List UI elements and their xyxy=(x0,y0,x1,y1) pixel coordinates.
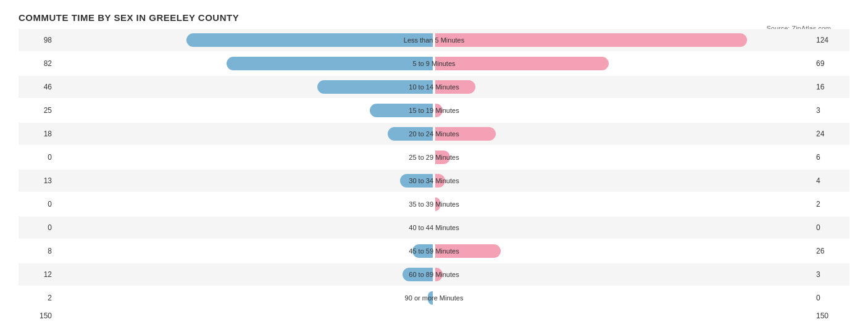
male-value: 0 xyxy=(19,153,56,162)
male-value: 82 xyxy=(19,59,56,68)
bars-container: 15 to 19 Minutes xyxy=(56,104,812,117)
female-bar-wrap xyxy=(434,244,812,258)
bars-container: 10 to 14 Minutes xyxy=(56,80,812,94)
bars-container: 25 to 29 Minutes xyxy=(56,151,812,164)
row-label: 25 to 29 Minutes xyxy=(409,154,459,161)
chart-row: 25 15 to 19 Minutes 3 xyxy=(19,99,849,122)
female-bar-wrap xyxy=(434,174,812,188)
row-label: 60 to 89 Minutes xyxy=(409,271,459,278)
female-value: 4 xyxy=(812,176,849,185)
female-bar-wrap xyxy=(434,268,812,281)
chart-row: 8 45 to 59 Minutes 26 xyxy=(19,240,849,262)
male-value: 0 xyxy=(19,200,56,208)
male-value: 12 xyxy=(19,270,56,279)
male-bar-wrap xyxy=(56,174,434,188)
female-bar-wrap xyxy=(434,80,812,94)
female-value: 2 xyxy=(812,200,849,208)
chart-row: 0 35 to 39 Minutes 2 xyxy=(19,193,849,215)
female-bar-wrap xyxy=(434,57,812,70)
bars-container: 35 to 39 Minutes xyxy=(56,197,812,211)
rows-container: 98 Less than 5 Minutes 124 82 5 to 9 Min… xyxy=(19,29,849,309)
female-bar-wrap xyxy=(434,291,812,305)
chart-row: 2 90 or more Minutes 0 xyxy=(19,287,849,309)
male-value: 8 xyxy=(19,247,56,255)
bars-container: 60 to 89 Minutes xyxy=(56,268,812,281)
chart-row: 18 20 to 24 Minutes 24 xyxy=(19,123,849,145)
female-bar-wrap xyxy=(434,151,812,164)
male-value: 98 xyxy=(19,36,56,44)
female-value: 69 xyxy=(812,59,849,68)
male-bar-wrap xyxy=(56,197,434,211)
female-bar-wrap xyxy=(434,33,812,47)
male-bar-wrap xyxy=(56,268,434,281)
row-label: 40 to 44 Minutes xyxy=(409,224,459,231)
row-label: 15 to 19 Minutes xyxy=(409,107,459,114)
chart-row: 12 60 to 89 Minutes 3 xyxy=(19,263,849,286)
bars-container: 90 or more Minutes xyxy=(56,291,812,305)
male-value: 0 xyxy=(19,223,56,232)
male-value: 2 xyxy=(19,294,56,302)
chart-row: 0 25 to 29 Minutes 6 xyxy=(19,146,849,168)
chart-row: 0 40 to 44 Minutes 0 xyxy=(19,217,849,239)
female-bar xyxy=(435,57,609,70)
female-bar xyxy=(435,33,747,47)
female-bar-wrap xyxy=(434,197,812,211)
chart-row: 13 30 to 34 Minutes 4 xyxy=(19,170,849,192)
male-bar-wrap xyxy=(56,291,434,305)
female-value: 6 xyxy=(812,153,849,162)
male-value: 13 xyxy=(19,176,56,185)
male-bar-wrap xyxy=(56,221,434,234)
chart-row: 98 Less than 5 Minutes 124 xyxy=(19,29,849,51)
male-value: 18 xyxy=(19,130,56,138)
row-label: 5 to 9 Minutes xyxy=(412,60,455,67)
male-bar-wrap xyxy=(56,151,434,164)
row-label: 90 or more Minutes xyxy=(405,294,464,302)
female-value: 16 xyxy=(812,83,849,91)
bars-container: Less than 5 Minutes xyxy=(56,33,812,47)
male-value: 25 xyxy=(19,106,56,115)
chart-area: 98 Less than 5 Minutes 124 82 5 to 9 Min… xyxy=(19,29,849,322)
row-label: 20 to 24 Minutes xyxy=(409,130,459,138)
male-bar-wrap xyxy=(56,244,434,258)
female-bar-wrap xyxy=(434,104,812,117)
female-value: 26 xyxy=(812,247,849,255)
female-value: 3 xyxy=(812,270,849,279)
male-bar-wrap xyxy=(56,57,434,70)
female-value: 0 xyxy=(812,223,849,232)
chart-title: COMMUTE TIME BY SEX IN GREELEY COUNTY xyxy=(19,12,849,23)
female-bar-wrap xyxy=(434,127,812,141)
female-value: 24 xyxy=(812,130,849,138)
chart-row: 82 5 to 9 Minutes 69 xyxy=(19,52,849,75)
row-label: 35 to 39 Minutes xyxy=(409,200,459,208)
male-bar xyxy=(227,57,433,70)
male-bar xyxy=(186,33,433,47)
axis-right-label: 150 xyxy=(812,312,849,320)
male-bar-wrap xyxy=(56,33,434,47)
male-bar-wrap xyxy=(56,104,434,117)
female-value: 3 xyxy=(812,106,849,115)
axis-row: 150 150 xyxy=(19,312,849,320)
male-bar-wrap xyxy=(56,127,434,141)
row-label: 30 to 34 Minutes xyxy=(409,177,459,184)
row-label: 45 to 59 Minutes xyxy=(409,247,459,255)
row-label: Less than 5 Minutes xyxy=(404,36,464,44)
bars-container: 40 to 44 Minutes xyxy=(56,221,812,234)
axis-left-label: 150 xyxy=(19,312,56,320)
female-bar-wrap xyxy=(434,221,812,234)
bars-container: 45 to 59 Minutes xyxy=(56,244,812,258)
chart-row: 46 10 to 14 Minutes 16 xyxy=(19,76,849,98)
row-label: 10 to 14 Minutes xyxy=(409,83,459,91)
male-bar-wrap xyxy=(56,80,434,94)
bars-container: 30 to 34 Minutes xyxy=(56,174,812,188)
female-value: 0 xyxy=(812,294,849,302)
bars-container: 5 to 9 Minutes xyxy=(56,57,812,70)
bars-container: 20 to 24 Minutes xyxy=(56,127,812,141)
male-value: 46 xyxy=(19,83,56,91)
female-value: 124 xyxy=(812,36,849,44)
